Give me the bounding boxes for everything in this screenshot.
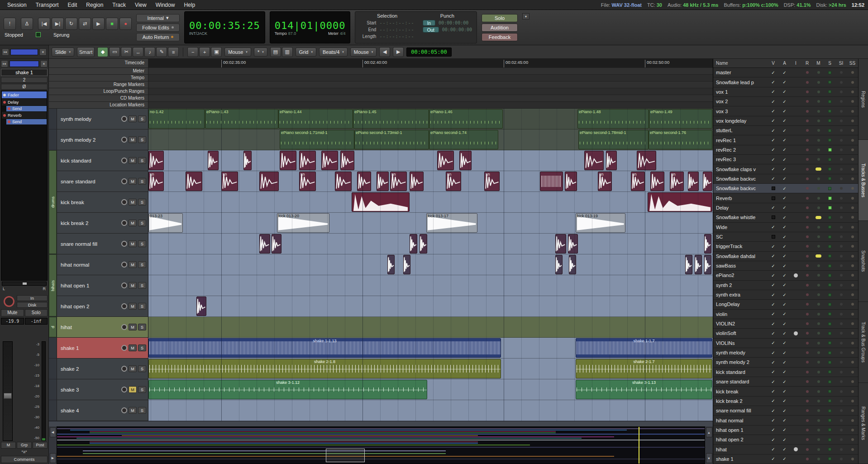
route-row-snowflake-claps-v[interactable]: Snowflake claps v✓✓ [713,164,858,174]
track-lane[interactable] [148,275,713,296]
check-icon[interactable]: ✓ [779,106,790,115]
region-sn[interactable]: sn [631,172,645,191]
route-row-wide[interactable]: Wide✓✓ [713,223,858,232]
mute-button[interactable]: M [129,365,137,372]
track-header[interactable]: hihatMS [57,317,148,338]
mute-button[interactable]: M [129,178,137,185]
si-indicator[interactable] [835,106,847,115]
ss-indicator[interactable] [847,329,858,338]
r-indicator[interactable] [801,116,813,125]
check-icon[interactable]: ✓ [779,126,790,135]
menu-edit[interactable]: Edit [64,1,81,9]
s-indicator[interactable] [824,348,835,357]
region[interactable] [685,255,692,274]
ss-indicator[interactable] [847,97,858,106]
record-enable-button[interactable] [121,407,127,413]
check-icon[interactable]: ✓ [779,339,790,348]
solo-button[interactable]: S [138,303,146,310]
m-indicator[interactable] [813,454,824,464]
ruler-timecode[interactable]: Timecode00:02:35:0000:02:40:0000:02:45:0… [49,59,713,68]
track-header[interactable]: kick breakMS [57,192,148,213]
check-icon[interactable]: ✓ [768,77,779,86]
track-lane[interactable] [148,150,713,171]
route-row-kick-break-2[interactable]: kick break 2✓✓ [713,397,858,406]
route-row-violin2[interactable]: VIOLIN2✓✓ [713,319,858,329]
track-lane[interactable]: shake 3-1.12shake 3-1.13 [148,379,713,400]
ss-indicator[interactable] [847,261,858,270]
check-icon[interactable]: ✓ [768,281,779,290]
peak-display[interactable]: -inf [25,318,48,325]
strip-close-button[interactable]: × [39,48,47,56]
region-sn[interactable]: sn [484,172,500,191]
s-indicator[interactable] [824,77,835,86]
check-icon[interactable]: ✓ [768,252,779,261]
m-indicator[interactable] [813,174,824,183]
si-indicator[interactable] [835,261,847,270]
ss-indicator[interactable] [847,387,858,396]
edit-mode-combo[interactable]: Slide▾ [52,48,74,57]
ruler-lane[interactable] [148,88,713,95]
r-indicator[interactable] [801,397,813,406]
empty-checkbox[interactable] [768,184,779,193]
m-indicator[interactable] [813,184,824,193]
s-indicator[interactable] [824,155,835,164]
check-icon[interactable]: ✓ [768,155,779,164]
r-indicator[interactable] [801,232,813,241]
m-indicator[interactable] [813,155,824,164]
ss-indicator[interactable] [847,126,858,135]
check-icon[interactable]: ✓ [779,348,790,357]
record-enable-button[interactable] [121,262,127,268]
check-icon[interactable]: ✓ [779,135,790,144]
menu-view[interactable]: View [131,1,150,9]
si-indicator[interactable] [835,281,847,290]
region-sn[interactable]: sn [670,172,684,191]
route-row-snowflake-backvc[interactable]: Snowflake backvc✓✓ [713,174,858,184]
r-indicator[interactable] [801,184,813,193]
s-indicator[interactable] [824,232,835,241]
region-shake-1-1-7[interactable]: shake 1-1.7 [576,338,712,358]
mute-button[interactable]: M [129,157,137,164]
region[interactable] [540,172,563,191]
check-icon[interactable]: ✓ [768,406,779,415]
r-indicator[interactable] [801,290,813,299]
r-indicator[interactable] [801,406,813,415]
region-shake-1-1-13[interactable]: shake 1-1.13 [148,338,501,358]
track-lane[interactable]: shake 1-1.13shake 1-1.7 [148,338,713,359]
menu-transport[interactable]: Transport [32,1,62,9]
r-indicator[interactable] [801,281,813,290]
si-indicator[interactable] [835,135,847,144]
ruler-cd-markers[interactable]: CD Markers [49,95,713,102]
record-enable-button[interactable] [121,241,127,247]
check-icon[interactable]: ✓ [768,368,779,377]
check-icon[interactable]: ✓ [768,416,779,425]
m-indicator[interactable] [813,348,824,357]
record-enable-button[interactable] [121,220,127,226]
r-indicator[interactable] [801,368,813,377]
r-indicator[interactable] [801,106,813,115]
smart-mode-button[interactable]: Smart [77,47,95,57]
route-row-snowflake-lead-p[interactable]: Snowflake lead p✓✓ [713,77,858,87]
internal-edit-tool[interactable]: ≡ [168,47,179,57]
strip-phase-button[interactable]: Ø [1,84,48,90]
check-icon[interactable]: ✓ [779,203,790,212]
check-icon[interactable]: ✓ [779,377,790,386]
region-shake-2-1-8[interactable]: shake 2-1.8 [148,359,501,378]
record-enable-button[interactable] [121,345,127,351]
check-icon[interactable]: ✓ [768,68,779,77]
icircle-indicator[interactable] [790,329,801,338]
ss-indicator[interactable] [847,290,858,299]
si-indicator[interactable] [835,145,847,154]
route-row-shake-1[interactable]: shake 1✓✓ [713,454,858,464]
record-enable-button[interactable] [121,282,127,288]
check-icon[interactable]: ✓ [768,87,779,96]
track-lane[interactable] [148,192,713,213]
input-monitor-button[interactable]: In [17,295,48,301]
track-lane[interactable]: ePiano second-1.71mid-1ePiano second-1.7… [148,129,713,150]
region[interactable] [410,172,424,191]
s-indicator[interactable] [824,358,835,367]
secondary-clock[interactable]: 014|01|0000 Tempo87.0 Meter4/4 [270,11,351,43]
strip-input-button[interactable]: 2 [1,77,48,83]
track-header[interactable]: snare standardMS [57,171,148,192]
region[interactable] [437,151,454,170]
route-row-synth-melody[interactable]: synth melody✓✓ [713,348,858,358]
